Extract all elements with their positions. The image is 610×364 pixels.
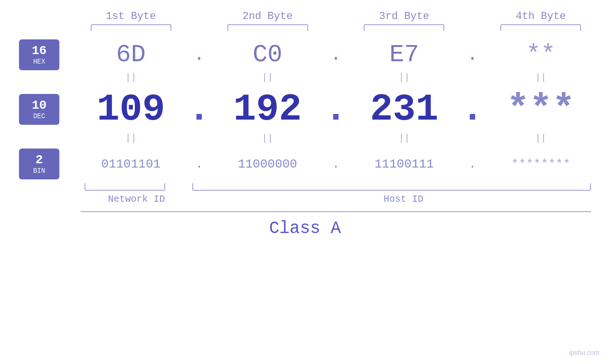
hex-b2: C0 bbox=[224, 41, 311, 69]
dot-bin-1: . bbox=[188, 157, 211, 171]
hex-b3: E7 bbox=[360, 41, 448, 69]
dec-b4: *** bbox=[497, 88, 585, 131]
bracket-b1 bbox=[91, 24, 171, 31]
bin-b4: ******** bbox=[497, 157, 585, 171]
dot-dec-2: . bbox=[324, 88, 347, 131]
byte-1-header: 1st Byte bbox=[87, 10, 175, 22]
dec-b3: 231 bbox=[360, 88, 448, 131]
bracket-b3 bbox=[364, 24, 444, 31]
dot-dec-1: . bbox=[188, 88, 211, 131]
byte-4-header: 4th Byte bbox=[497, 10, 585, 22]
dec-b1: 109 bbox=[87, 88, 175, 131]
bracket-b2 bbox=[227, 24, 308, 31]
dot-hex-1: . bbox=[188, 44, 211, 65]
bin-b2: 11000000 bbox=[224, 157, 311, 171]
bottom-bracket-host bbox=[192, 183, 591, 191]
equals-2-b1: || bbox=[87, 133, 175, 144]
dot-hex-2: . bbox=[324, 44, 347, 65]
class-a-label: Class A bbox=[269, 219, 341, 238]
class-bracket-line bbox=[81, 211, 591, 212]
main-container: 1st Byte 2nd Byte 3rd Byte 4th Byte bbox=[0, 0, 610, 364]
dot-bin-3: . bbox=[460, 157, 484, 171]
equals-2-b4: || bbox=[497, 133, 585, 144]
byte-3-header: 3rd Byte bbox=[360, 10, 448, 22]
dot-bin-2: . bbox=[324, 157, 347, 171]
dot-hex-3: . bbox=[460, 44, 484, 65]
byte-2-header: 2nd Byte bbox=[224, 10, 311, 22]
hex-b1: 6D bbox=[87, 41, 175, 69]
bin-b1: 01101101 bbox=[87, 157, 175, 171]
equals-1-b2: || bbox=[224, 72, 311, 83]
bin-badge: 2 BIN bbox=[19, 149, 59, 179]
equals-1-b4: || bbox=[497, 72, 585, 83]
network-id-label: Network ID bbox=[108, 194, 165, 205]
equals-2-b3: || bbox=[360, 133, 448, 144]
hex-b4: ** bbox=[497, 41, 585, 69]
bin-b3: 11100111 bbox=[360, 157, 448, 171]
hex-badge: 16 HEX bbox=[19, 39, 59, 70]
dec-b2: 192 bbox=[224, 88, 311, 131]
watermark: ipshu.com bbox=[569, 349, 600, 357]
dot-dec-3: . bbox=[460, 88, 484, 131]
equals-1-b1: || bbox=[87, 72, 175, 83]
bottom-bracket-network bbox=[84, 183, 165, 191]
equals-1-b3: || bbox=[360, 72, 448, 83]
dec-badge: 10 DEC bbox=[19, 94, 59, 125]
host-id-label: Host ID bbox=[384, 194, 423, 205]
equals-2-b2: || bbox=[224, 133, 311, 144]
bracket-b4 bbox=[500, 24, 581, 31]
